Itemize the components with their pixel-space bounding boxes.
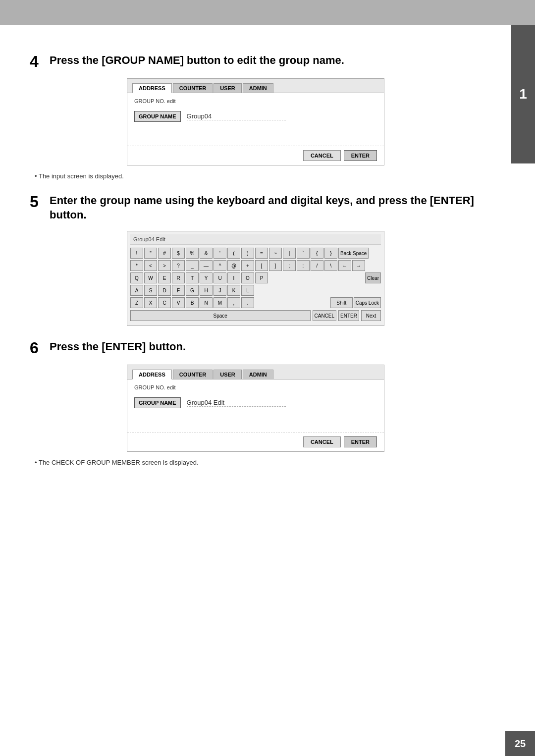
- tab-admin-step4[interactable]: ADMIN: [243, 83, 273, 93]
- step4-group-name-row: GROUP NAME: [134, 111, 377, 122]
- key-colon[interactable]: :: [297, 260, 310, 271]
- key-backslash[interactable]: \: [324, 260, 337, 271]
- key-underscore[interactable]: _: [186, 260, 199, 271]
- key-slash[interactable]: /: [311, 260, 323, 271]
- key-x[interactable]: X: [144, 297, 157, 308]
- cancel-button-step4[interactable]: CANCEL: [303, 150, 341, 161]
- key-arrow-right[interactable]: →: [352, 260, 365, 271]
- key-lt[interactable]: <: [144, 260, 157, 271]
- key-apos[interactable]: ': [214, 248, 226, 259]
- key-w[interactable]: W: [144, 272, 157, 283]
- key-d[interactable]: D: [158, 285, 171, 296]
- key-next[interactable]: Next: [361, 310, 381, 321]
- tab-counter-step4[interactable]: COUNTER: [173, 83, 213, 93]
- step4-footer: CANCEL ENTER: [127, 146, 384, 165]
- group-name-button-step4[interactable]: GROUP NAME: [134, 111, 181, 122]
- key-rbracket[interactable]: ]: [269, 260, 282, 271]
- key-rparen[interactable]: ): [241, 248, 254, 259]
- key-semicolon[interactable]: ;: [283, 260, 296, 271]
- key-s[interactable]: S: [144, 285, 157, 296]
- key-g[interactable]: G: [186, 285, 199, 296]
- group-name-input-step6[interactable]: [187, 399, 286, 407]
- tab-admin-step6[interactable]: ADMIN: [243, 370, 273, 379]
- key-exclaim[interactable]: !: [130, 248, 143, 259]
- key-star[interactable]: *: [130, 260, 143, 271]
- key-backspace[interactable]: Back Space: [338, 248, 369, 259]
- key-a[interactable]: A: [130, 285, 143, 296]
- group-name-input-step4[interactable]: [187, 112, 286, 120]
- key-v[interactable]: V: [172, 297, 185, 308]
- key-capslock[interactable]: Caps Lock: [354, 297, 381, 308]
- tab-address-step4[interactable]: ADDRESS: [132, 83, 172, 93]
- key-backtick[interactable]: `: [297, 248, 310, 259]
- key-t[interactable]: T: [186, 272, 199, 283]
- key-shift[interactable]: Shift: [330, 297, 353, 308]
- tab-user-step6[interactable]: USER: [214, 370, 242, 379]
- tab-counter-step6[interactable]: COUNTER: [173, 370, 213, 379]
- key-arrow-left[interactable]: ←: [338, 260, 351, 271]
- step6-group-name-row: GROUP NAME: [134, 397, 377, 408]
- tab-address-step6[interactable]: ADDRESS: [132, 370, 172, 379]
- step4-screen: ADDRESS COUNTER USER ADMIN GROUP NO. edi…: [127, 78, 384, 165]
- key-amp[interactable]: &: [200, 248, 213, 259]
- group-name-button-step6[interactable]: GROUP NAME: [134, 397, 181, 408]
- step6-text: Press the [ENTER] button.: [50, 340, 186, 354]
- step6-tab-bar: ADDRESS COUNTER USER ADMIN: [127, 365, 384, 379]
- key-at[interactable]: @: [227, 260, 240, 271]
- key-f[interactable]: F: [172, 285, 185, 296]
- key-o[interactable]: O: [241, 272, 254, 283]
- key-space[interactable]: Space: [130, 310, 311, 321]
- step4-note: The input screen is displayed.: [35, 172, 482, 180]
- key-plus[interactable]: +: [241, 260, 254, 271]
- key-comma[interactable]: ,: [227, 297, 240, 308]
- key-y[interactable]: Y: [200, 272, 213, 283]
- key-u[interactable]: U: [214, 272, 226, 283]
- key-m[interactable]: M: [214, 297, 226, 308]
- key-clear[interactable]: Clear: [365, 272, 381, 283]
- step6-section: 6 Press the [ENTER] button. ADDRESS COUN…: [30, 340, 482, 466]
- key-hash[interactable]: #: [158, 248, 171, 259]
- key-percent[interactable]: %: [186, 248, 199, 259]
- step5-number: 5: [30, 194, 44, 210]
- key-j[interactable]: J: [214, 285, 226, 296]
- key-z[interactable]: Z: [130, 297, 143, 308]
- tab-user-step4[interactable]: USER: [214, 83, 242, 93]
- key-enter-kb[interactable]: ENTER: [338, 310, 359, 321]
- kb-row2: * < > ? _ — ^ @ + [ ] ; : / \ ← →: [130, 260, 381, 271]
- key-lbrace[interactable]: {: [311, 248, 323, 259]
- key-h[interactable]: H: [200, 285, 213, 296]
- key-r[interactable]: R: [172, 272, 185, 283]
- key-c[interactable]: C: [158, 297, 171, 308]
- key-lparen[interactable]: (: [227, 248, 240, 259]
- key-question[interactable]: ?: [172, 260, 185, 271]
- key-b[interactable]: B: [186, 297, 199, 308]
- enter-button-step6[interactable]: ENTER: [344, 436, 377, 447]
- step6-screen: ADDRESS COUNTER USER ADMIN GROUP NO. edi…: [127, 365, 384, 452]
- key-dollar[interactable]: $: [172, 248, 185, 259]
- key-i[interactable]: I: [227, 272, 240, 283]
- enter-button-step4[interactable]: ENTER: [344, 150, 377, 161]
- step6-screen-body: GROUP NO. edit GROUP NAME: [127, 379, 384, 432]
- key-quote[interactable]: ": [144, 248, 157, 259]
- key-gt[interactable]: >: [158, 260, 171, 271]
- key-pipe[interactable]: |: [283, 248, 296, 259]
- cancel-button-step6[interactable]: CANCEL: [303, 436, 341, 447]
- key-period[interactable]: .: [241, 297, 254, 308]
- key-q[interactable]: Q: [130, 272, 143, 283]
- step5-section: 5 Enter the group name using the keyboar…: [30, 194, 482, 326]
- key-tilde[interactable]: ~: [269, 248, 282, 259]
- side-tab: 1: [511, 25, 535, 163]
- key-dash[interactable]: —: [200, 260, 213, 271]
- key-l[interactable]: L: [241, 285, 254, 296]
- key-cancel-kb[interactable]: CANCEL: [313, 310, 337, 321]
- key-k[interactable]: K: [227, 285, 240, 296]
- key-caret[interactable]: ^: [214, 260, 226, 271]
- step4-number: 4: [30, 54, 44, 69]
- kb-row5: Z X C V B N M , . Shift Caps Lock: [130, 297, 381, 308]
- key-equals[interactable]: =: [255, 248, 268, 259]
- key-p[interactable]: P: [255, 272, 268, 283]
- key-e[interactable]: E: [158, 272, 171, 283]
- key-lbracket[interactable]: [: [255, 260, 268, 271]
- key-n[interactable]: N: [200, 297, 213, 308]
- key-rbrace[interactable]: }: [324, 248, 337, 259]
